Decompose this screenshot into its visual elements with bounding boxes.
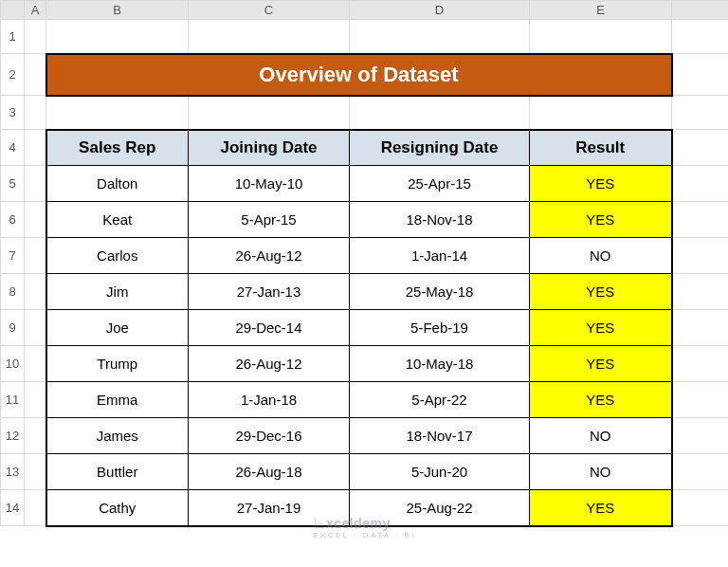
cell-pad-8[interactable] bbox=[672, 274, 729, 310]
cell-joining-date[interactable]: 10-May-10 bbox=[189, 166, 350, 202]
cell-A13[interactable] bbox=[25, 454, 46, 490]
cell-B3[interactable] bbox=[46, 96, 189, 130]
cell-result[interactable]: YES bbox=[530, 490, 672, 526]
cell-resigning-date[interactable]: 25-Aug-22 bbox=[350, 490, 530, 526]
row-header-2[interactable]: 2 bbox=[1, 54, 25, 96]
cell-resigning-date[interactable]: 10-May-18 bbox=[350, 346, 530, 382]
cell-result[interactable]: YES bbox=[530, 346, 672, 382]
header-result[interactable]: Result bbox=[530, 130, 672, 166]
title-cell[interactable]: Overview of Dataset bbox=[46, 54, 672, 96]
cell-pad-13[interactable] bbox=[672, 454, 729, 490]
cell-sales-rep[interactable]: Jim bbox=[46, 274, 189, 310]
cell-result[interactable]: YES bbox=[530, 202, 672, 238]
cell-pad-10[interactable] bbox=[672, 346, 729, 382]
cell-A6[interactable] bbox=[25, 202, 46, 238]
col-header-B[interactable]: B bbox=[46, 1, 189, 20]
cell-sales-rep[interactable]: Carlos bbox=[46, 238, 189, 274]
cell-joining-date[interactable]: 29-Dec-16 bbox=[189, 418, 350, 454]
col-header-C[interactable]: C bbox=[189, 1, 350, 20]
cell-resigning-date[interactable]: 18-Nov-17 bbox=[350, 418, 530, 454]
header-resigning-date[interactable]: Resigning Date bbox=[350, 130, 530, 166]
row-header-7[interactable]: 7 bbox=[1, 238, 25, 274]
cell-sales-rep[interactable]: Joe bbox=[46, 310, 189, 346]
cell-pad-12[interactable] bbox=[672, 418, 729, 454]
row-header-3[interactable]: 3 bbox=[1, 96, 25, 130]
cell-result[interactable]: YES bbox=[530, 382, 672, 418]
cell-A8[interactable] bbox=[25, 274, 46, 310]
cell-joining-date[interactable]: 1-Jan-18 bbox=[189, 382, 350, 418]
cell-pad-3[interactable] bbox=[672, 96, 729, 130]
cell-resigning-date[interactable]: 5-Feb-19 bbox=[350, 310, 530, 346]
cell-A12[interactable] bbox=[25, 418, 46, 454]
cell-A11[interactable] bbox=[25, 382, 46, 418]
cell-D1[interactable] bbox=[350, 20, 530, 54]
cell-joining-date[interactable]: 29-Dec-14 bbox=[189, 310, 350, 346]
cell-pad-14[interactable] bbox=[672, 490, 729, 526]
cell-A14[interactable] bbox=[25, 490, 46, 526]
cell-A7[interactable] bbox=[25, 238, 46, 274]
cell-result[interactable]: NO bbox=[530, 418, 672, 454]
cell-sales-rep[interactable]: Buttler bbox=[46, 454, 189, 490]
cell-result[interactable]: YES bbox=[530, 310, 672, 346]
cell-sales-rep[interactable]: Dalton bbox=[46, 166, 189, 202]
cell-result[interactable]: NO bbox=[530, 454, 672, 490]
col-header-A[interactable]: A bbox=[25, 1, 46, 20]
row-header-13[interactable]: 13 bbox=[1, 454, 25, 490]
cell-pad-6[interactable] bbox=[672, 202, 729, 238]
select-all-triangle[interactable] bbox=[1, 1, 25, 20]
row-header-4[interactable]: 4 bbox=[1, 130, 25, 166]
cell-joining-date[interactable]: 26-Aug-18 bbox=[189, 454, 350, 490]
cell-D3[interactable] bbox=[350, 96, 530, 130]
row-header-11[interactable]: 11 bbox=[1, 382, 25, 418]
cell-resigning-date[interactable]: 25-May-18 bbox=[350, 274, 530, 310]
cell-A3[interactable] bbox=[25, 96, 46, 130]
col-header-D[interactable]: D bbox=[350, 1, 530, 20]
col-header-E[interactable]: E bbox=[530, 1, 672, 20]
cell-A5[interactable] bbox=[25, 166, 46, 202]
cell-pad-1[interactable] bbox=[672, 20, 729, 54]
cell-pad-7[interactable] bbox=[672, 238, 729, 274]
cell-pad-5[interactable] bbox=[672, 166, 729, 202]
cell-C1[interactable] bbox=[189, 20, 350, 54]
cell-sales-rep[interactable]: James bbox=[46, 418, 189, 454]
cell-resigning-date[interactable]: 18-Nov-18 bbox=[350, 202, 530, 238]
row-header-10[interactable]: 10 bbox=[1, 346, 25, 382]
header-sales-rep[interactable]: Sales Rep bbox=[46, 130, 189, 166]
cell-pad-4[interactable] bbox=[672, 130, 729, 166]
row-header-6[interactable]: 6 bbox=[1, 202, 25, 238]
row-header-1[interactable]: 1 bbox=[1, 20, 25, 54]
spreadsheet-grid[interactable]: A B C D E 1 2 Overview of Dataset 3 4 Sa bbox=[0, 0, 728, 527]
header-joining-date[interactable]: Joining Date bbox=[189, 130, 350, 166]
cell-joining-date[interactable]: 27-Jan-19 bbox=[189, 490, 350, 526]
cell-A9[interactable] bbox=[25, 310, 46, 346]
cell-E3[interactable] bbox=[530, 96, 672, 130]
row-header-8[interactable]: 8 bbox=[1, 274, 25, 310]
row-header-12[interactable]: 12 bbox=[1, 418, 25, 454]
cell-resigning-date[interactable]: 5-Jun-20 bbox=[350, 454, 530, 490]
cell-A4[interactable] bbox=[25, 130, 46, 166]
row-header-5[interactable]: 5 bbox=[1, 166, 25, 202]
cell-sales-rep[interactable]: Cathy bbox=[46, 490, 189, 526]
row-header-14[interactable]: 14 bbox=[1, 490, 25, 526]
cell-sales-rep[interactable]: Emma bbox=[46, 382, 189, 418]
cell-A10[interactable] bbox=[25, 346, 46, 382]
cell-joining-date[interactable]: 26-Aug-12 bbox=[189, 238, 350, 274]
cell-resigning-date[interactable]: 5-Apr-22 bbox=[350, 382, 530, 418]
cell-A1[interactable] bbox=[25, 20, 46, 54]
cell-result[interactable]: YES bbox=[530, 274, 672, 310]
cell-result[interactable]: YES bbox=[530, 166, 672, 202]
cell-pad-11[interactable] bbox=[672, 382, 729, 418]
cell-joining-date[interactable]: 26-Aug-12 bbox=[189, 346, 350, 382]
cell-result[interactable]: NO bbox=[530, 238, 672, 274]
cell-C3[interactable] bbox=[189, 96, 350, 130]
cell-joining-date[interactable]: 27-Jan-13 bbox=[189, 274, 350, 310]
cell-A2[interactable] bbox=[25, 54, 46, 96]
cell-B1[interactable] bbox=[46, 20, 189, 54]
cell-resigning-date[interactable]: 25-Apr-15 bbox=[350, 166, 530, 202]
cell-joining-date[interactable]: 5-Apr-15 bbox=[189, 202, 350, 238]
row-header-9[interactable]: 9 bbox=[1, 310, 25, 346]
cell-resigning-date[interactable]: 1-Jan-14 bbox=[350, 238, 530, 274]
cell-pad-2[interactable] bbox=[672, 54, 729, 96]
cell-pad-9[interactable] bbox=[672, 310, 729, 346]
cell-E1[interactable] bbox=[530, 20, 672, 54]
